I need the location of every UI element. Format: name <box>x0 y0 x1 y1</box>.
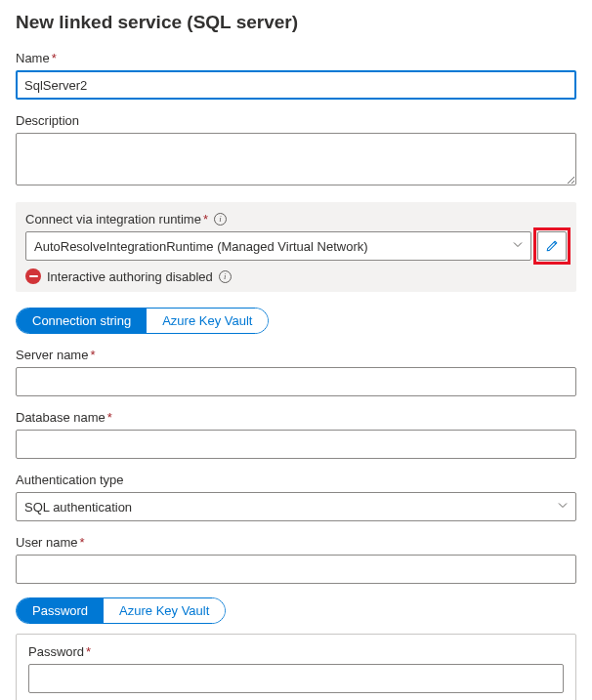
user-label-text: User name <box>16 535 78 550</box>
database-input[interactable] <box>16 430 576 459</box>
user-input[interactable] <box>16 555 576 584</box>
tab-azure-key-vault[interactable]: Azure Key Vault <box>147 309 268 333</box>
password-box: Password* <box>16 634 576 700</box>
password-input[interactable] <box>28 664 564 693</box>
info-icon[interactable] <box>219 270 232 283</box>
edit-runtime-button[interactable] <box>537 231 567 261</box>
pencil-icon <box>545 239 559 253</box>
auth-select[interactable]: SQL authentication <box>16 492 576 521</box>
auth-label: Authentication type <box>16 473 576 487</box>
server-input[interactable] <box>16 367 576 396</box>
connection-mode-tabs: Connection string Azure Key Vault <box>16 308 269 334</box>
runtime-label: Connect via integration runtime* <box>25 212 208 226</box>
password-label-text: Password <box>28 644 84 659</box>
name-input[interactable] <box>16 70 576 100</box>
required-asterisk: * <box>90 348 95 362</box>
required-asterisk: * <box>80 535 85 550</box>
description-label: Description <box>16 113 576 128</box>
auth-field: Authentication type SQL authentication <box>16 473 576 521</box>
password-label: Password* <box>28 644 564 659</box>
runtime-select[interactable]: AutoResolveIntegrationRuntime (Managed V… <box>25 231 531 261</box>
server-field: Server name* <box>16 348 576 396</box>
required-asterisk: * <box>203 212 208 226</box>
database-field: Database name* <box>16 410 576 459</box>
runtime-status: Interactive authoring disabled <box>47 269 213 284</box>
runtime-section: Connect via integration runtime* AutoRes… <box>16 202 576 292</box>
name-label-text: Name <box>16 51 50 65</box>
page-title: New linked service (SQL server) <box>16 12 576 33</box>
required-asterisk: * <box>52 51 57 65</box>
name-field: Name* <box>16 51 576 100</box>
database-label-text: Database name <box>16 410 106 425</box>
database-label: Database name* <box>16 410 576 425</box>
user-field: User name* <box>16 535 576 584</box>
description-field: Description <box>16 113 576 188</box>
blocked-icon <box>25 268 41 284</box>
password-mode-tabs: Password Azure Key Vault <box>16 597 226 624</box>
description-input[interactable] <box>16 133 576 185</box>
tab-password[interactable]: Password <box>17 598 104 623</box>
tab-password-akv[interactable]: Azure Key Vault <box>104 598 225 623</box>
runtime-label-text: Connect via integration runtime <box>25 212 201 226</box>
tab-connection-string[interactable]: Connection string <box>17 309 147 333</box>
server-label-text: Server name <box>16 348 88 362</box>
name-label: Name* <box>16 51 576 65</box>
server-label: Server name* <box>16 348 576 362</box>
info-icon[interactable] <box>214 213 227 226</box>
required-asterisk: * <box>86 644 91 659</box>
user-label: User name* <box>16 535 576 550</box>
required-asterisk: * <box>107 410 112 425</box>
